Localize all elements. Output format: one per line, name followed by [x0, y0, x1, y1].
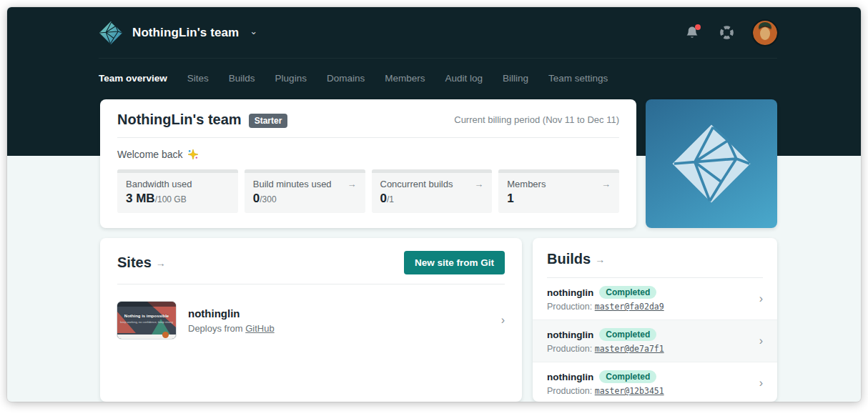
thumb-subtitle: keep working, no confidence, keep strong — [117, 320, 176, 324]
notifications-button[interactable] — [684, 25, 700, 41]
nav-item-sites[interactable]: Sites — [187, 73, 209, 84]
build-commit-ref[interactable]: master@de7a7f1 — [595, 344, 664, 354]
stat-value: 0 — [253, 192, 260, 205]
stat-label: Build minutes used — [253, 179, 332, 189]
app-window: NothingLin's team ⌄ — [7, 7, 861, 402]
chevron-right-icon[interactable]: › — [759, 292, 763, 305]
stat-card-concurrent-builds[interactable]: Concurrent builds → 0/1 — [372, 169, 493, 213]
builds-heading[interactable]: Builds — [547, 251, 591, 267]
usage-stats: Bandwidth used 3 MB/100 GB Build minutes… — [117, 169, 619, 213]
site-list-item[interactable]: Nothing is impossible keep working, no c… — [117, 302, 505, 339]
netlify-diamond-icon — [670, 122, 753, 205]
help-button[interactable] — [719, 25, 734, 41]
welcome-message: Welcome back — [117, 149, 183, 160]
divider — [117, 137, 619, 138]
chevron-down-icon: ⌄ — [250, 26, 257, 36]
thumb-navbar — [117, 302, 176, 307]
build-context-label: Production: — [547, 302, 592, 312]
arrow-right-icon: → — [347, 179, 357, 189]
build-site-name: nothinglin — [547, 287, 593, 298]
chevron-right-icon[interactable]: › — [501, 314, 505, 327]
stat-card-bandwidth[interactable]: Bandwidth used 3 MB/100 GB — [117, 169, 238, 213]
build-status-badge: Completed — [599, 370, 656, 383]
stat-label: Members — [507, 179, 546, 189]
chevron-right-icon[interactable]: › — [759, 335, 763, 347]
build-list-item[interactable]: nothinglin Completed Production: master@… — [533, 278, 777, 320]
screenshot-stage: NothingLin's team ⌄ — [0, 0, 868, 416]
main-nav: Team overview Sites Builds Plugins Domai… — [99, 67, 777, 89]
nav-item-billing[interactable]: Billing — [503, 73, 528, 84]
build-status-badge: Completed — [599, 328, 656, 341]
stat-label: Concurrent builds — [380, 179, 453, 189]
stat-denominator: /300 — [260, 194, 276, 204]
billing-period: Current billing period (Nov 11 to Dec 11… — [454, 114, 619, 125]
chevron-right-icon[interactable]: › — [759, 377, 763, 390]
github-link[interactable]: GitHub — [245, 323, 274, 334]
new-site-from-git-button[interactable]: New site from Git — [404, 251, 505, 274]
nav-item-plugins[interactable]: Plugins — [275, 73, 307, 84]
plan-badge: Starter — [249, 114, 288, 128]
sparkle-icon — [187, 149, 199, 160]
nav-item-builds[interactable]: Builds — [229, 73, 255, 84]
team-switcher-dropdown[interactable]: NothingLin's team ⌄ — [99, 21, 257, 45]
arrow-right-icon: → — [601, 179, 611, 189]
nav-item-domains[interactable]: Domains — [327, 73, 365, 84]
build-context-label: Production: — [547, 344, 592, 354]
stat-value: 3 MB — [126, 192, 155, 205]
stat-card-build-minutes[interactable]: Build minutes used → 0/300 — [245, 169, 365, 213]
thumb-avatar-dot — [162, 332, 169, 338]
team-overview-card: NothingLin's team Starter Current billin… — [100, 99, 636, 228]
nav-item-team-overview[interactable]: Team overview — [99, 73, 167, 84]
nav-item-audit-log[interactable]: Audit log — [445, 73, 483, 84]
stat-card-members[interactable]: Members → 1 — [498, 169, 619, 213]
build-commit-ref[interactable]: master@fa02da9 — [595, 302, 664, 312]
build-site-name: nothinglin — [547, 330, 593, 340]
build-context-label: Production: — [547, 386, 592, 396]
arrow-right-icon[interactable]: → — [595, 254, 605, 265]
nav-item-members[interactable]: Members — [385, 73, 425, 84]
sites-heading[interactable]: Sites — [117, 254, 152, 271]
stat-label: Bandwidth used — [126, 179, 192, 189]
stat-value: 0 — [380, 192, 387, 205]
arrow-right-icon: → — [474, 179, 483, 189]
site-name[interactable]: nothinglin — [188, 307, 275, 320]
build-list-item[interactable]: nothinglin Completed Production: master@… — [533, 362, 777, 402]
build-commit-ref[interactable]: master@12b3451 — [595, 386, 664, 396]
notification-dot — [695, 24, 701, 30]
site-thumbnail: Nothing is impossible keep working, no c… — [117, 302, 176, 339]
deploy-source-label: Deploys from — [188, 323, 243, 334]
sites-card: Sites → New site from Git Nothing is imp… — [100, 238, 522, 402]
header-actions — [684, 21, 777, 45]
overview-title: NothingLin's team — [117, 112, 242, 128]
stat-denominator: /1 — [387, 194, 394, 204]
netlify-brand-card — [646, 99, 777, 228]
build-list-item[interactable]: nothinglin Completed Production: master@… — [533, 320, 777, 362]
thumb-title: Nothing is impossible — [117, 314, 176, 318]
divider — [117, 284, 505, 284]
stat-denominator: /100 GB — [155, 194, 187, 204]
build-status-badge: Completed — [599, 286, 656, 299]
build-site-name: nothinglin — [547, 372, 593, 382]
team-name: NothingLin's team — [132, 26, 239, 40]
stat-value: 1 — [507, 192, 513, 205]
header-bar: NothingLin's team ⌄ — [99, 7, 777, 59]
life-ring-icon — [719, 25, 734, 40]
nav-item-team-settings[interactable]: Team settings — [548, 73, 608, 84]
user-avatar[interactable] — [753, 21, 777, 45]
netlify-logo-icon — [99, 21, 123, 45]
builds-card: Builds → nothinglin Completed Production… — [533, 238, 777, 402]
arrow-right-icon[interactable]: → — [156, 257, 166, 269]
